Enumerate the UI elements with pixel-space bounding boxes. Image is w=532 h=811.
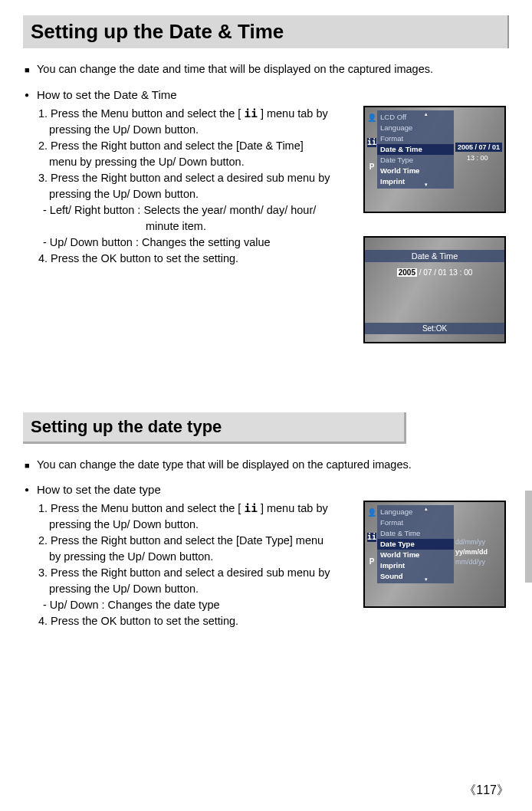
lcd3-opt-yymmdd: yy/mm/dd [455,547,488,557]
lcd1-item-lcdoff: LCD Off [377,112,454,123]
lcd3-opt-ddmmyy: dd/mm/yy [455,537,488,547]
s2-step1a: 1. Press the Menu button and select the … [38,502,241,514]
lcd-screenshot-3: 👤 ii P ▴ Language Format Date & Time Dat… [363,501,506,608]
s2-step3a: 3. Press the Right button and select a d… [38,565,354,581]
lcd3-item-imprint: Imprint [377,560,454,571]
lcd1-item-worldtime: World Time [377,166,454,176]
s2-step4: 4. Press the OK button to set the settin… [38,613,354,629]
lcd3-item-datetime: Date & Time [377,528,454,539]
lcd2-title: Date & Time [365,250,504,262]
page-side-tab [525,491,532,583]
s1-step3b: pressing the Up/ Down button. [38,186,354,202]
chevron-down-icon: ▾ [425,179,428,190]
setup-tab-icon-2: ii [367,533,376,542]
section1-steps: 1. Press the Menu button and select the … [23,106,354,267]
lcd2-rest: / 07 / 01 13 : 00 [419,268,473,277]
lcd-screenshot-1: 👤 ii P ▴ LCD Off Language Format Date & … [363,106,506,213]
page-number: 《117》 [464,783,509,799]
lcd3-item-language: Language [377,507,454,517]
lcd1-item-format: Format [377,133,454,144]
section1-intro: You can change the date and time that wi… [23,62,509,77]
s2-note1: - Up/ Down : Changes the date type [38,597,354,613]
lcd3-item-worldtime: World Time [377,550,454,560]
chevron-down-icon-2: ▾ [425,574,428,585]
section2-howto: How to set the date type [23,483,509,496]
s1-step4: 4. Press the OK button to set the settin… [38,251,354,267]
lcd1-value: 2005 / 07 / 01 [455,143,502,152]
setup-menu-icon-2: ii [244,501,257,517]
s1-note2: - Up/ Down button : Changes the setting … [38,235,354,251]
s2-step2a: 2. Press the Right button and select the… [38,533,354,549]
s1-step1c: pressing the Up/ Down button. [38,122,354,138]
lcd2-setok: Set:OK [365,323,504,334]
lcd3-opt-mmddyy: mm/dd/yy [455,557,488,567]
lcd3-item-sound: Sound [377,571,454,582]
section2-intro: You can change the date type that will b… [23,458,509,473]
person-icon: 👤 [367,113,376,123]
lcd1-menu: ▴ LCD Off Language Format Date & Time Da… [377,110,454,189]
s1-step1a: 1. Press the Menu button and select the … [38,107,241,120]
setup-menu-icon: ii [244,106,257,122]
s1-note1b: minute item. [38,218,354,235]
s2-step1c: pressing the Up/ Down button. [38,517,354,533]
section1-title: Setting up the Date & Time [23,15,509,48]
lcd2-date: 2005 / 07 / 01 13 : 00 [365,268,504,277]
p-mode-icon: P [367,163,376,172]
lcd1-item-datetime: Date & Time [377,144,454,155]
s2-step2b: by pressing the Up/ Down button. [38,549,354,565]
s1-step3a: 3. Press the Right button and select a d… [38,170,354,186]
chevron-up-icon: ▴ [425,109,428,120]
s1-step1b: ] menu tab by [261,107,328,120]
lcd3-options: dd/mm/yy yy/mm/dd mm/dd/yy [455,537,488,567]
lcd3-item-format: Format [377,517,454,528]
s1-step2a: 2. Press the Right button and select the… [38,138,354,154]
lcd1-subvalue: 13 : 00 [467,154,488,162]
lcd3-menu: ▴ Language Format Date & Time Date Type … [377,505,454,583]
person-icon-2: 👤 [367,508,376,517]
s2-step1b: ] menu tab by [261,502,328,514]
lcd-screenshot-2: Date & Time 2005 / 07 / 01 13 : 00 Set:O… [363,236,506,343]
section2-steps: 1. Press the Menu button and select the … [23,501,354,629]
setup-tab-icon: ii [367,138,376,147]
lcd1-item-imprint: Imprint [377,176,454,187]
s1-note1a: - Left/ Right button : Selects the year/… [38,202,354,218]
lcd1-item-language: Language [377,123,454,133]
section2-title: Setting up the date type [23,412,406,444]
p-mode-icon-2: P [367,557,376,566]
s2-step3b: pressing the Up/ Down button. [38,581,354,597]
s1-step2b: menu by pressing the Up/ Down button. [38,154,354,170]
lcd2-year-highlight: 2005 [397,268,417,277]
section1-howto: How to set the Date & Time [23,88,509,101]
lcd1-item-datetype: Date Type [377,155,454,166]
chevron-up-icon-2: ▴ [425,504,428,514]
lcd3-item-datetype: Date Type [377,539,454,550]
